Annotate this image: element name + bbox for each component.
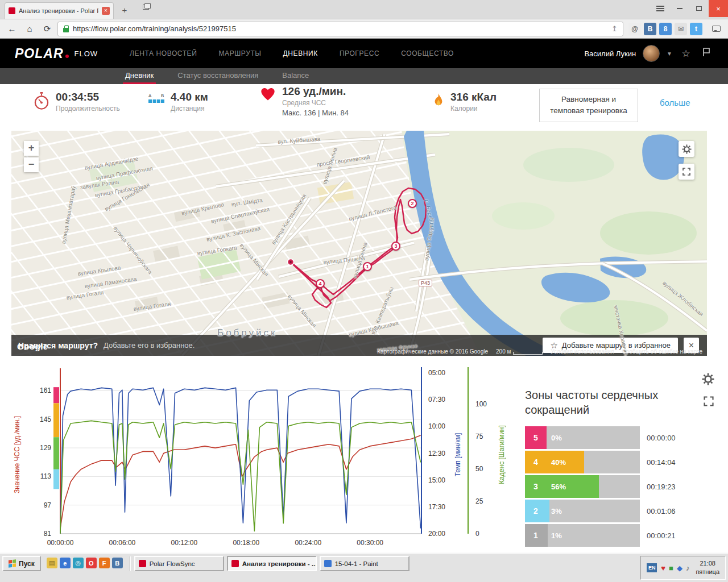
- route-map[interactable]: + − Нравится маршрут? Добавьте его в изб…: [11, 131, 707, 356]
- zone-row-5: 50%00:00:00: [525, 426, 708, 449]
- vk-icon[interactable]: B: [112, 558, 123, 568]
- hr-zones-title: Зоны частоты сердечных сокращений: [525, 388, 696, 417]
- task-button-3[interactable]: 15-04-1 - Paint: [320, 556, 410, 571]
- notifications-flag-icon[interactable]: [700, 48, 713, 60]
- route-marker-1[interactable]: 1: [363, 262, 372, 271]
- restore-button[interactable]: [689, 0, 709, 17]
- task-buttons: Polar FlowSyncАнализ тренировки - ...15-…: [134, 556, 410, 571]
- browser-tab[interactable]: Анализ тренировки - Polar F ×: [5, 2, 114, 19]
- nav-item-3[interactable]: ДНЕВНИК: [283, 49, 318, 57]
- map-terms-link[interactable]: Условия использования: [551, 348, 614, 355]
- route-marker-4[interactable]: 4: [316, 279, 325, 288]
- address-bar[interactable]: https://flow.polar.com/training/analysis…: [57, 22, 623, 36]
- more-link[interactable]: больше: [660, 98, 690, 107]
- training-type-box: Равномерная и темповая тренировка: [539, 89, 638, 122]
- chart-settings-button[interactable]: [702, 373, 714, 388]
- nav-item-5[interactable]: СООБЩЕСТВО: [401, 49, 454, 57]
- chevron-down-icon[interactable]: ▼: [667, 51, 672, 57]
- system-tray: EN ♥■◆♪ 21:08 пятница: [640, 556, 726, 580]
- restore-icon: [696, 6, 702, 11]
- nav-item-1[interactable]: ЛЕНТА НОВОСТЕЙ: [130, 49, 197, 57]
- refresh-button[interactable]: ⟳: [40, 22, 55, 36]
- task-button-2[interactable]: Анализ тренировки - ...: [227, 556, 317, 571]
- nav-item-4[interactable]: ПРОГРЕСС: [340, 49, 379, 57]
- route-marker-2[interactable]: 2: [408, 199, 417, 208]
- zoom-in-button[interactable]: +: [24, 141, 39, 156]
- sync-tray-icon[interactable]: ■: [669, 564, 673, 572]
- polar-logo[interactable]: POLAR: [15, 46, 69, 61]
- minimize-button[interactable]: [670, 0, 689, 17]
- start-button[interactable]: Пуск: [2, 556, 41, 571]
- home-button[interactable]: ⌂: [22, 22, 37, 36]
- zone-number: 4: [525, 451, 547, 473]
- close-button[interactable]: ×: [709, 0, 728, 17]
- calories-value: 316 кКал: [450, 91, 497, 103]
- zoom-out-button[interactable]: −: [24, 157, 39, 172]
- chat-button[interactable]: [709, 22, 723, 36]
- task-icon: [324, 560, 332, 567]
- back-button[interactable]: ←: [5, 22, 19, 36]
- browser-icon[interactable]: ◎: [73, 558, 84, 568]
- new-tab-button[interactable]: +: [117, 3, 132, 17]
- svg-text:00:06:00: 00:06:00: [109, 539, 136, 547]
- task-button-1[interactable]: Polar FlowSync: [134, 556, 224, 571]
- language-indicator[interactable]: EN: [647, 563, 657, 572]
- zone-number: 2: [525, 500, 547, 522]
- route-marker-3[interactable]: 3: [391, 242, 400, 251]
- share-icon[interactable]: ↥: [611, 24, 618, 33]
- svg-text:20:00: 20:00: [428, 530, 445, 538]
- subnav-item-3[interactable]: Balance: [280, 68, 311, 84]
- svg-text:00:30:00: 00:30:00: [357, 539, 383, 547]
- avatar[interactable]: [643, 45, 660, 62]
- stat-heart-rate: 126 уд./мин. Средняя ЧСС Макс. 136 | Мин…: [259, 85, 349, 117]
- svg-text:15:00: 15:00: [428, 476, 445, 484]
- firefox-icon[interactable]: F: [99, 558, 110, 568]
- google-logo[interactable]: Google: [17, 342, 48, 351]
- hr-max-min: Макс. 136 | Мин. 84: [282, 109, 349, 117]
- stat-distance: AB 4.40 км Дистанция: [148, 91, 208, 113]
- username[interactable]: Василий Лукин: [584, 49, 636, 58]
- stat-calories: 316 кКал Калории: [432, 91, 497, 113]
- menu-button[interactable]: [651, 0, 670, 17]
- svg-text:Каденс [Шаги/мин]: Каденс [Шаги/мин]: [498, 425, 506, 484]
- hr-value: 126 уд./мин.: [282, 85, 349, 98]
- map-fullscreen-button[interactable]: [679, 164, 694, 180]
- zone-number: 5: [525, 426, 547, 449]
- scale-line: [513, 352, 543, 355]
- map-settings-button[interactable]: [679, 141, 694, 157]
- tray-time: 21:08: [696, 559, 719, 568]
- tray-day: пятница: [696, 568, 719, 576]
- volume-icon[interactable]: ♪: [686, 564, 690, 572]
- tab-list-button[interactable]: [135, 3, 150, 17]
- tab-close-icon[interactable]: ×: [102, 7, 110, 15]
- svg-text:129: 129: [40, 444, 51, 452]
- stat-duration: 00:34:55 Продолжительность: [33, 91, 120, 113]
- twitter-icon[interactable]: t: [690, 23, 702, 35]
- subnav-item-1[interactable]: Дневник: [123, 68, 156, 84]
- svg-text:05:00: 05:00: [428, 369, 445, 377]
- favorites-star-icon[interactable]: ☆: [679, 48, 693, 60]
- duration-label: Продолжительность: [56, 105, 120, 113]
- mail-icon[interactable]: ✉: [675, 23, 687, 35]
- map-attribution: Картографические данные © 2016 Google 20…: [377, 348, 702, 355]
- stopwatch-icon: [33, 92, 50, 113]
- polar-logo-dot-icon: [65, 55, 69, 58]
- show-desktop-icon[interactable]: ▤: [47, 558, 57, 568]
- vk-icon[interactable]: B: [644, 23, 656, 35]
- odnoklassniki-icon[interactable]: 8: [659, 23, 672, 35]
- map-report-link[interactable]: Сообщить об ошибке на карте: [622, 348, 702, 355]
- zone-fill: [547, 500, 549, 522]
- network-tray-icon[interactable]: ◆: [677, 564, 682, 572]
- heart-tray-icon[interactable]: ♥: [661, 564, 665, 572]
- tray-clock[interactable]: 21:08 пятница: [693, 559, 719, 577]
- road-badge: Р43: [419, 280, 432, 286]
- svg-text:00:00:00: 00:00:00: [47, 539, 74, 547]
- distance-label: Дистанция: [171, 105, 208, 113]
- subnav-item-2[interactable]: Статус восстановления: [175, 68, 260, 84]
- at-icon[interactable]: @: [628, 23, 641, 35]
- nav-item-2[interactable]: МАРШРУТЫ: [218, 49, 261, 57]
- zone-bar: 1%: [547, 524, 640, 547]
- ie-icon[interactable]: e: [60, 558, 71, 568]
- svg-text:Темп [мин/км]: Темп [мин/км]: [454, 433, 462, 477]
- opera-icon[interactable]: O: [86, 558, 97, 568]
